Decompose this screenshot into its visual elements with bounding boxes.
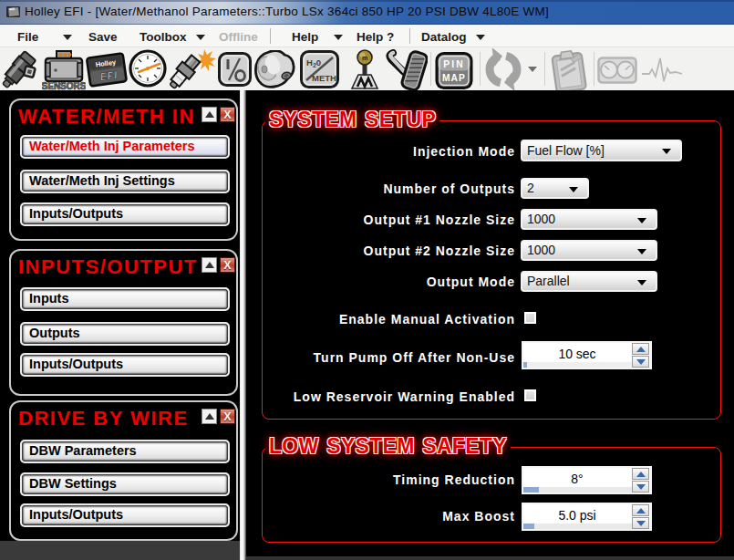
svg-text:m: m bbox=[362, 55, 367, 61]
svg-text:MAP: MAP bbox=[442, 73, 466, 83]
svg-text:PIN: PIN bbox=[443, 59, 464, 69]
svg-text:EFI: EFI bbox=[99, 68, 119, 84]
svg-text:METH: METH bbox=[312, 73, 336, 83]
